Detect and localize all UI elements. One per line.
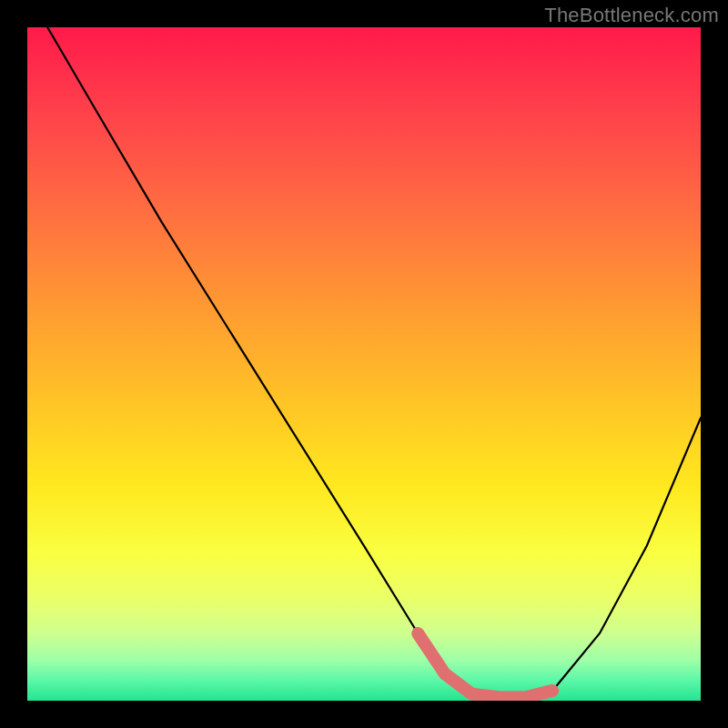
optimal-range-highlight bbox=[418, 633, 552, 697]
watermark-text: TheBottleneck.com bbox=[544, 4, 719, 27]
bottleneck-curve bbox=[47, 27, 701, 697]
chart-frame: TheBottleneck.com bbox=[0, 0, 728, 728]
plot-area bbox=[27, 27, 701, 701]
curve-layer bbox=[27, 27, 701, 701]
